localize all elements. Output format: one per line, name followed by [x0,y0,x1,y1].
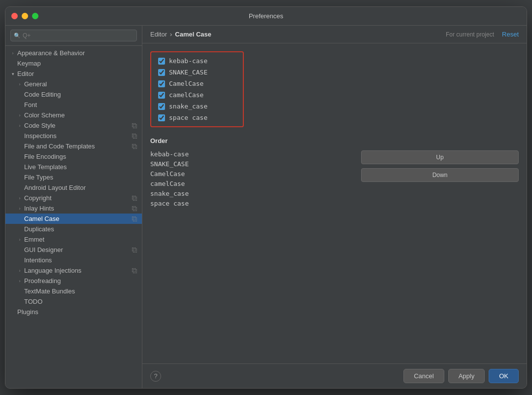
order-item-1: SNAKE_CASE [150,160,209,168]
checkbox-camel_lower[interactable] [158,92,165,99]
spacer [16,153,23,160]
sidebar-item-gui-designer[interactable]: GUI Designer [5,245,142,255]
sidebar-item-label: Editor [17,70,138,77]
close-button[interactable] [11,13,18,19]
sidebar-item-label: File Encodings [24,153,138,160]
sidebar-item-intentions[interactable]: Intentions [5,255,142,265]
sidebar-item-label: TextMate Bundles [24,287,138,295]
sidebar-item-code-style[interactable]: ›Code Style [5,120,142,131]
copy-icon [131,267,138,274]
arrow-icon: › [16,278,23,285]
sidebar-item-plugins[interactable]: Plugins [5,307,142,317]
spacer [16,298,23,305]
checkbox-label-snake_lower: snake_case [169,103,207,110]
sidebar-item-language-injections[interactable]: ›Language Injections [5,265,142,276]
reset-button[interactable]: Reset [502,31,519,38]
checkbox-label-camel_lower: camelCase [169,91,203,99]
maximize-button[interactable] [32,13,38,19]
sidebar-item-live-templates[interactable]: Live Templates [5,162,142,172]
sidebar-item-color-scheme[interactable]: ›Color Scheme [5,110,142,120]
sidebar-item-appearance[interactable]: ›Appearance & Behavior [5,48,142,58]
order-item-2: CamelCase [150,170,209,178]
sidebar-item-duplicates[interactable]: Duplicates [5,224,142,234]
ok-button[interactable]: OK [489,369,519,383]
sidebar-item-keymap[interactable]: Keymap [5,58,142,69]
main-header: Editor › Camel Case For current project … [142,26,527,43]
spacer [9,309,16,316]
sidebar-item-label: GUI Designer [24,246,129,253]
search-box: 🔍 [5,26,142,46]
down-button[interactable]: Down [361,168,519,182]
sidebar-item-label: Code Editing [24,91,138,98]
sidebar-item-font[interactable]: Font [5,100,142,110]
checkbox-kebab[interactable] [158,58,165,65]
copy-icon [131,122,138,129]
cancel-button[interactable]: Cancel [403,369,444,383]
copy-icon [131,247,138,253]
sidebar-item-copyright[interactable]: ›Copyright [5,193,142,203]
checkbox-item-camel_lower[interactable]: camelCase [158,91,236,99]
apply-button[interactable]: Apply [448,369,485,383]
sidebar-item-general[interactable]: ›General [5,79,142,89]
search-input[interactable] [10,30,137,41]
copy-icon [131,215,138,222]
checkbox-item-kebab[interactable]: kebab-case [158,57,236,65]
checkbox-item-snake_lower[interactable]: snake_case [158,103,236,110]
copy-icon [131,205,138,212]
content-area: 🔍 ›Appearance & BehaviorKeymap▾Editor›Ge… [5,26,527,388]
sidebar-item-label: Inspections [24,132,129,140]
checkbox-camel_upper[interactable] [158,80,165,87]
spacer [16,174,23,181]
arrow-icon: › [16,205,23,212]
spacer [16,102,23,108]
sidebar-item-label: TODO [24,298,138,305]
spacer [16,133,23,140]
checkbox-item-snake_upper[interactable]: SNAKE_CASE [158,69,236,76]
arrow-icon: › [16,195,23,202]
sidebar-item-code-editing[interactable]: Code Editing [5,89,142,100]
sidebar-item-label: File and Code Templates [24,143,129,150]
sidebar-item-file-code-templates[interactable]: File and Code Templates [5,141,142,151]
sidebar-item-emmet[interactable]: ›Emmet [5,234,142,245]
titlebar: Preferences [5,7,527,26]
spacer [16,257,23,264]
up-button[interactable]: Up [361,150,519,164]
spacer [16,164,23,171]
checkbox-space[interactable] [158,114,165,121]
order-list: kebab-caseSNAKE_CASECamelCasecamelCasesn… [150,150,209,207]
sidebar-item-proofreading[interactable]: ›Proofreading [5,276,142,286]
spacer [9,60,16,67]
checkbox-label-space: space case [169,114,207,121]
sidebar-item-label: Appearance & Behavior [17,49,138,57]
help-button[interactable]: ? [150,371,161,382]
sidebar-item-inspections[interactable]: Inspections [5,131,142,141]
sidebar-item-todo[interactable]: TODO [5,296,142,307]
copy-icon [131,133,138,140]
sidebar-item-editor[interactable]: ▾Editor [5,69,142,79]
sidebar-item-label: Camel Case [24,215,129,222]
order-section: Order kebab-caseSNAKE_CASECamelCasecamel… [150,137,519,207]
arrow-icon: › [9,50,16,57]
sidebar-item-camel-case[interactable]: Camel Case [5,214,142,224]
minimize-button[interactable] [22,13,28,19]
checkbox-snake_lower[interactable] [158,103,165,110]
checkbox-item-space[interactable]: space case [158,114,236,121]
checkbox-snake_upper[interactable] [158,69,165,76]
sidebar-item-label: File Types [24,174,138,181]
sidebar-item-textmate[interactable]: TextMate Bundles [5,286,142,296]
sidebar-item-file-types[interactable]: File Types [5,172,142,182]
copy-icon [131,195,138,202]
sidebar-item-android-layout[interactable]: Android Layout Editor [5,182,142,193]
sidebar-item-file-encodings[interactable]: File Encodings [5,151,142,162]
sidebar-item-label: Language Injections [24,267,129,274]
breadcrumb: Editor › Camel Case [150,31,211,38]
arrow-icon: › [16,267,23,274]
sidebar-item-inlay-hints[interactable]: ›Inlay Hints [5,203,142,214]
order-title: Order [150,137,519,144]
sidebar-item-label: Code Style [24,122,129,129]
checkbox-item-camel_upper[interactable]: CamelCase [158,80,236,87]
spacer [16,143,23,150]
main-content: Editor › Camel Case For current project … [142,26,527,388]
sidebar-item-label: Keymap [17,60,138,67]
bottom-bar: ? Cancel Apply OK [142,363,527,388]
